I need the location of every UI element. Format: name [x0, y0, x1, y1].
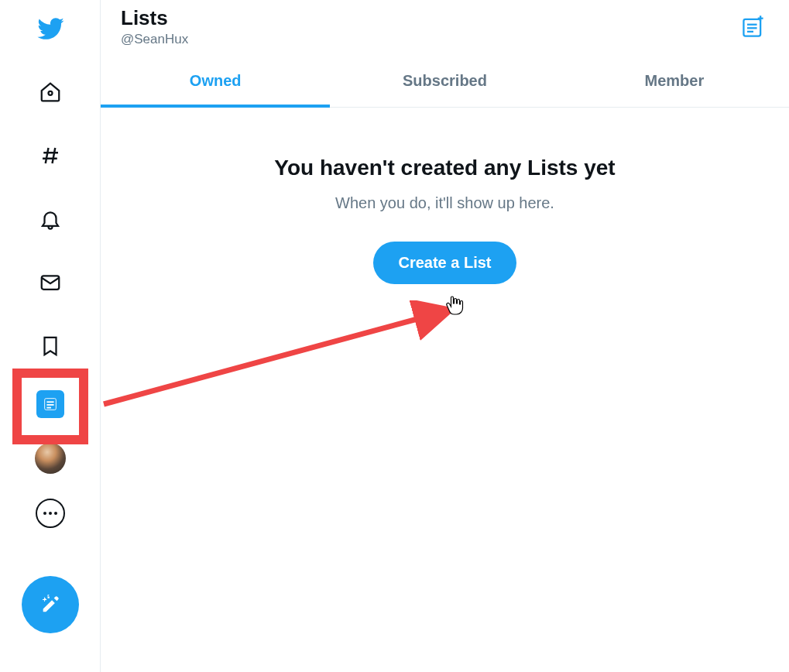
sidebar-home[interactable]	[31, 73, 70, 111]
svg-line-3	[45, 148, 48, 163]
empty-state-subtitle: When you do, it'll show up here.	[101, 194, 789, 212]
sidebar-nav: +	[0, 0, 101, 672]
svg-line-4	[52, 148, 55, 163]
page-title: Lists	[121, 6, 188, 30]
svg-point-0	[48, 91, 52, 95]
empty-state-title: You haven't created any Lists yet	[101, 156, 789, 180]
create-list-button[interactable]: Create a List	[373, 242, 516, 284]
sidebar-messages[interactable]	[31, 263, 70, 302]
sidebar-more[interactable]	[36, 499, 65, 528]
new-list-button[interactable]	[741, 14, 766, 39]
main-content: Lists @SeanHux Owned Subscribed Member Y…	[101, 0, 789, 284]
page-header: Lists @SeanHux	[101, 0, 789, 57]
sidebar-explore[interactable]	[31, 136, 70, 175]
sidebar-bookmarks[interactable]	[31, 327, 70, 365]
sidebar-notifications[interactable]	[31, 200, 70, 238]
lists-tabs: Owned Subscribed Member	[101, 57, 789, 108]
tab-owned[interactable]: Owned	[101, 57, 330, 107]
empty-state: You haven't created any Lists yet When y…	[101, 108, 789, 284]
twitter-logo[interactable]	[31, 9, 70, 48]
compose-tweet-button[interactable]: +	[22, 576, 79, 633]
svg-text:+: +	[43, 595, 47, 604]
user-handle: @SeanHux	[121, 32, 188, 47]
cursor-hand-icon	[445, 294, 464, 316]
annotation-arrow	[99, 300, 457, 409]
tab-subscribed[interactable]: Subscribed	[330, 57, 559, 107]
tab-member[interactable]: Member	[560, 57, 789, 107]
svg-line-18	[104, 311, 446, 404]
sidebar-profile-avatar[interactable]	[35, 443, 66, 474]
sidebar-lists[interactable]	[36, 390, 64, 418]
